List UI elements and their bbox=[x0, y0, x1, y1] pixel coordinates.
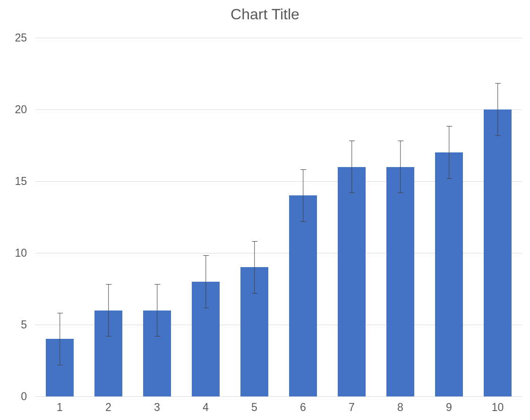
y-tick-label: 20 bbox=[15, 103, 35, 116]
bar bbox=[386, 167, 415, 396]
error-bar bbox=[351, 141, 352, 193]
bar bbox=[338, 167, 366, 396]
gridline bbox=[35, 38, 522, 38]
x-tick-label: 5 bbox=[251, 396, 257, 414]
error-bar bbox=[254, 242, 255, 293]
y-tick-label: 0 bbox=[21, 390, 35, 403]
bar bbox=[289, 195, 317, 396]
x-tick-label: 1 bbox=[57, 396, 63, 414]
error-bar bbox=[60, 313, 60, 365]
bar bbox=[435, 152, 463, 396]
y-tick-label: 5 bbox=[21, 319, 35, 331]
y-tick-label: 25 bbox=[15, 32, 35, 44]
error-bar bbox=[108, 285, 109, 336]
error-bar bbox=[303, 170, 303, 221]
chart-container: Chart Title 051015202512345678910 bbox=[0, 0, 530, 420]
y-tick-label: 10 bbox=[15, 247, 35, 260]
x-tick-label: 7 bbox=[349, 396, 355, 414]
x-tick-label: 2 bbox=[105, 396, 111, 414]
gridline bbox=[35, 109, 522, 110]
chart-title: Chart Title bbox=[0, 6, 530, 23]
error-bar bbox=[205, 256, 206, 307]
error-bar bbox=[449, 126, 449, 178]
y-tick-label: 15 bbox=[15, 175, 35, 188]
plot-area: 051015202512345678910 bbox=[35, 38, 522, 396]
x-tick-label: 10 bbox=[492, 396, 504, 414]
x-tick-label: 3 bbox=[154, 396, 160, 414]
error-bar bbox=[157, 285, 157, 336]
bar bbox=[484, 109, 512, 396]
error-bar bbox=[497, 84, 498, 135]
x-tick-label: 4 bbox=[203, 396, 209, 414]
x-tick-label: 9 bbox=[446, 396, 452, 414]
x-tick-label: 8 bbox=[397, 396, 403, 414]
error-bar bbox=[400, 141, 401, 193]
x-tick-label: 6 bbox=[300, 396, 306, 414]
